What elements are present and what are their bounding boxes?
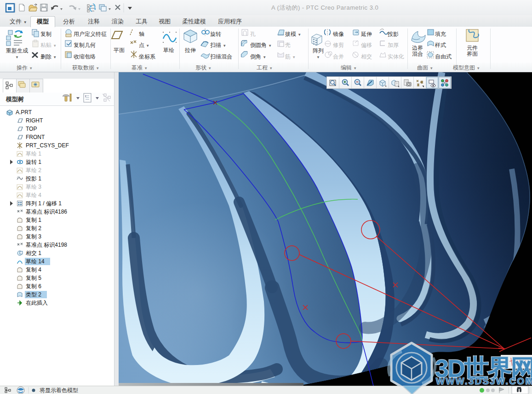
svg-text:WWW.3DSJW.COM: WWW.3DSJW.COM — [436, 376, 532, 386]
svg-text:将显示着色模型: 将显示着色模型 — [40, 387, 78, 394]
